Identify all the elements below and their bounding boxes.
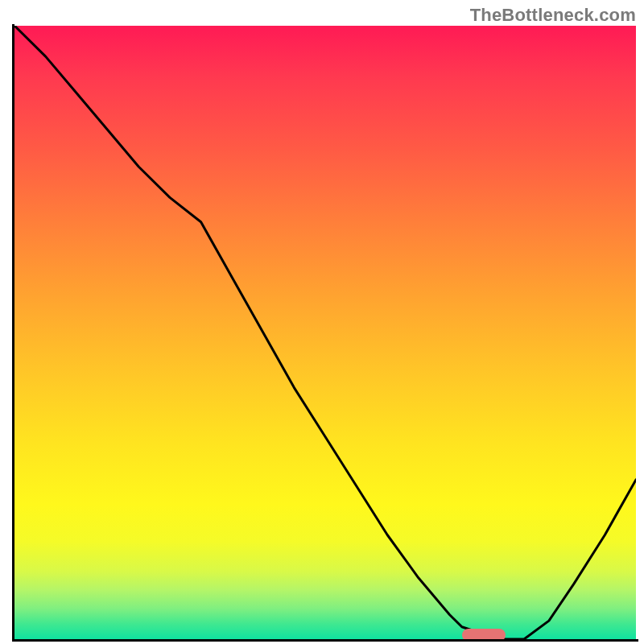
- bottleneck-chart: TheBottleneck.com: [0, 0, 644, 644]
- bottleneck-curve: [14, 26, 636, 639]
- x-axis: [12, 639, 638, 642]
- watermark-text: TheBottleneck.com: [470, 5, 636, 26]
- y-axis: [12, 24, 14, 641]
- curve-layer: [14, 26, 636, 639]
